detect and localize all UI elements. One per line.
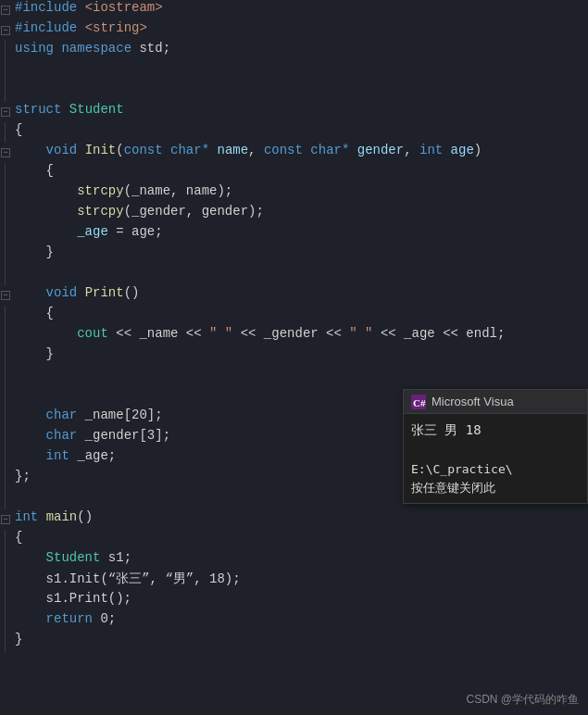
fold-button-8[interactable]: −: [1, 148, 10, 157]
output-title: Microsoft Visua: [432, 395, 514, 408]
token: return: [46, 611, 93, 626]
fold-gutter-8: −: [0, 143, 11, 163]
token: char: [46, 408, 78, 422]
token: int: [419, 143, 443, 157]
token: [349, 143, 357, 157]
token: 0;: [93, 611, 116, 626]
fold-gutter-18: [0, 346, 11, 367]
line-content-29: s1.Init(“张三”, “男”, 18);: [11, 571, 588, 591]
token: strcpy: [77, 204, 123, 219]
token: };: [15, 469, 31, 483]
token: #include: [15, 0, 77, 15]
output-close-hint: 按任意键关闭此: [411, 479, 580, 497]
indent-line-17: [5, 326, 6, 346]
line-content-5: [11, 82, 588, 102]
token: [77, 285, 84, 300]
token: = age;: [108, 224, 163, 239]
fold-button-26[interactable]: −: [1, 515, 10, 524]
indent-line-4: [5, 61, 6, 82]
code-editor: −#include <iostream>−#include <string>us…: [0, 0, 588, 715]
fold-gutter-26: −: [0, 509, 11, 530]
indent-line-16: [5, 306, 6, 326]
svg-text:C#: C#: [413, 397, 426, 408]
indent-line-22: [5, 428, 6, 448]
code-line-32: }: [0, 632, 588, 652]
token: (: [116, 143, 123, 157]
line-content-9: {: [11, 163, 588, 183]
indent-line-27: [5, 530, 6, 550]
token: [77, 0, 84, 15]
indent-line-9: [5, 163, 6, 183]
indent-line-7: [5, 122, 6, 143]
output-titlebar: C# Microsoft Visua: [404, 390, 587, 414]
fold-gutter-30: [0, 591, 11, 611]
fold-gutter-2: −: [0, 20, 11, 41]
line-content-8: void Init(const char* name, const char* …: [11, 143, 588, 163]
token: const: [264, 143, 303, 157]
watermark: CSDN @学代码的咋鱼: [466, 692, 579, 708]
fold-gutter-20: [0, 387, 11, 408]
fold-button-2[interactable]: −: [1, 26, 10, 35]
fold-gutter-23: [0, 448, 11, 469]
code-line-15: − void Print(): [0, 285, 588, 306]
line-content-28: Student s1;: [11, 550, 588, 571]
code-line-4: [0, 61, 588, 82]
indent-line-3: [5, 41, 6, 61]
token: char: [46, 428, 78, 443]
code-line-13: }: [0, 245, 588, 265]
token: {: [46, 306, 54, 320]
token: [77, 143, 84, 157]
code-line-29: s1.Init(“张三”, “男”, 18);: [0, 571, 588, 591]
indent-line-10: [5, 183, 6, 204]
output-result: 张三 男 18: [411, 420, 580, 440]
line-content-14: [11, 265, 588, 285]
fold-button-15[interactable]: −: [1, 291, 10, 300]
token: using: [15, 41, 54, 56]
fold-button-6[interactable]: −: [1, 107, 10, 117]
line-content-26: int main(): [11, 509, 588, 530]
token: <iostream>: [85, 0, 163, 15]
code-line-9: {: [0, 163, 588, 183]
fold-button-1[interactable]: −: [1, 6, 10, 15]
indent-line-12: [5, 224, 6, 245]
line-content-27: {: [11, 530, 588, 550]
token: void: [46, 143, 78, 157]
line-content-15: void Print(): [11, 285, 588, 306]
token: Student: [46, 550, 101, 565]
line-content-18: }: [11, 346, 588, 367]
code-line-30: s1.Print();: [0, 591, 588, 611]
token: int: [15, 509, 38, 524]
code-line-2: −#include <string>: [0, 20, 588, 41]
line-content-4: [11, 61, 588, 82]
token: [61, 102, 69, 117]
fold-gutter-9: [0, 163, 11, 183]
code-line-19: [0, 367, 588, 387]
line-content-16: {: [11, 306, 588, 326]
token: (_name, name);: [124, 183, 233, 198]
code-line-7: {: [0, 122, 588, 143]
line-content-6: struct Student: [11, 102, 588, 122]
token: {: [46, 163, 54, 178]
code-lines-container: −#include <iostream>−#include <string>us…: [0, 0, 588, 652]
token: cout: [77, 326, 108, 341]
fold-gutter-11: [0, 204, 11, 224]
indent-line-28: [5, 550, 6, 571]
indent-line-29: [5, 571, 6, 591]
token: _age;: [69, 448, 116, 463]
token: ): [474, 143, 482, 157]
token: main: [46, 509, 78, 524]
output-body: 张三 男 18 E:\C_practice\ 按任意键关闭此: [404, 414, 587, 503]
indent-line-13: [5, 245, 6, 265]
code-line-1: −#include <iostream>: [0, 0, 588, 20]
code-line-26: −int main(): [0, 509, 588, 530]
fold-gutter-32: [0, 632, 11, 652]
indent-line-19: [5, 367, 6, 387]
token: [77, 20, 84, 35]
indent-line-23: [5, 448, 6, 469]
token: " ": [349, 326, 372, 341]
token: int: [46, 448, 69, 463]
token: {: [15, 122, 22, 137]
fold-gutter-6: −: [0, 102, 11, 122]
token: _age: [77, 224, 108, 239]
token: (): [124, 285, 140, 300]
